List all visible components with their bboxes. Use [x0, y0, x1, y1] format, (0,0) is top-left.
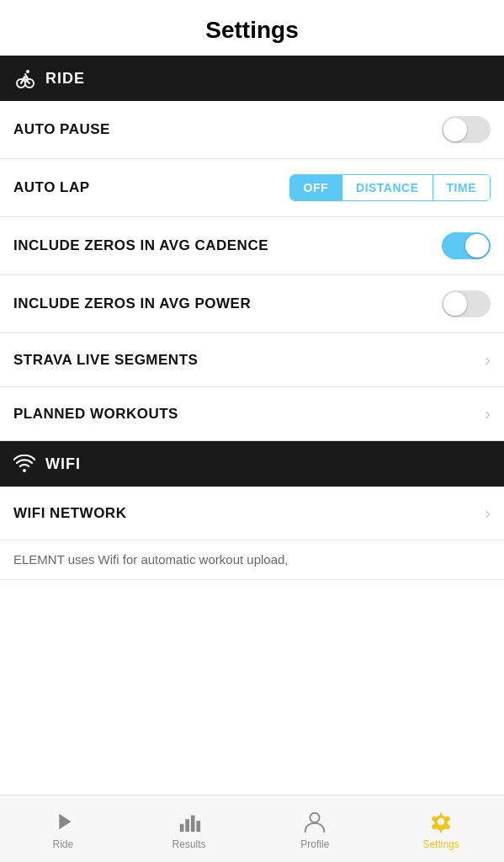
auto-pause-toggle[interactable]	[442, 116, 491, 143]
ride-tab-label: Ride	[53, 838, 74, 850]
auto-lap-off[interactable]: OFF	[290, 175, 343, 200]
auto-lap-distance[interactable]: DISTANCE	[342, 175, 433, 200]
wifi-info-text: ELEMNT uses Wifi for automatic workout u…	[13, 552, 289, 567]
results-tab-icon	[176, 808, 203, 835]
svg-rect-7	[196, 821, 200, 832]
profile-tab-icon	[301, 808, 328, 835]
zeros-power-toggle[interactable]	[442, 290, 491, 317]
auto-pause-knob	[443, 118, 467, 141]
auto-lap-row: AUTO LAP OFF DISTANCE TIME	[0, 159, 504, 217]
zeros-cadence-label: INCLUDE ZEROS IN AVG CADENCE	[13, 237, 268, 254]
ride-tab-icon	[50, 808, 77, 835]
auto-pause-label: AUTO PAUSE	[13, 121, 110, 138]
wifi-section-label: WIFI	[45, 455, 81, 473]
strava-live-segments-row[interactable]: STRAVA LIVE SEGMENTS ›	[0, 333, 504, 387]
planned-workouts-row[interactable]: PLANNED WORKOUTS ›	[0, 387, 504, 441]
svg-marker-3	[59, 813, 71, 829]
zeros-cadence-toggle[interactable]	[442, 232, 491, 259]
svg-point-2	[26, 70, 29, 73]
wifi-info-row: ELEMNT uses Wifi for automatic workout u…	[0, 540, 504, 580]
zeros-cadence-knob	[465, 234, 489, 258]
svg-point-8	[310, 812, 320, 822]
page-title: Settings	[13, 17, 491, 44]
auto-lap-label: AUTO LAP	[13, 179, 90, 196]
svg-point-10	[438, 817, 444, 824]
tab-bar: Ride Results Profile	[0, 795, 504, 862]
strava-chevron-icon: ›	[485, 350, 491, 370]
profile-tab-label: Profile	[300, 838, 329, 850]
wifi-network-label: WIFI NETWORK	[13, 505, 126, 522]
svg-rect-6	[190, 815, 194, 832]
auto-pause-row: AUTO PAUSE	[0, 101, 504, 159]
auto-lap-segmented: OFF DISTANCE TIME	[289, 174, 491, 201]
ride-icon	[13, 67, 35, 89]
strava-live-label: STRAVA LIVE SEGMENTS	[13, 352, 198, 369]
zeros-power-knob	[443, 292, 467, 316]
ride-section-label: RIDE	[45, 70, 85, 88]
section-header-ride: RIDE	[0, 56, 504, 101]
tab-profile[interactable]: Profile	[252, 801, 379, 857]
wifi-network-row[interactable]: WIFI NETWORK ›	[0, 487, 504, 540]
tab-ride[interactable]: Ride	[0, 801, 126, 857]
zeros-cadence-row: INCLUDE ZEROS IN AVG CADENCE	[0, 217, 504, 275]
planned-workouts-chevron-icon: ›	[485, 404, 491, 423]
tab-results[interactable]: Results	[126, 801, 252, 857]
page-header: Settings	[0, 0, 504, 56]
planned-workouts-label: PLANNED WORKOUTS	[13, 406, 178, 423]
wifi-network-chevron-icon: ›	[485, 503, 491, 523]
results-tab-label: Results	[172, 838, 206, 850]
svg-rect-4	[179, 823, 183, 831]
zeros-power-row: INCLUDE ZEROS IN AVG POWER	[0, 275, 504, 333]
auto-lap-time[interactable]: TIME	[433, 175, 490, 200]
wifi-icon	[13, 453, 35, 475]
settings-tab-icon	[427, 808, 454, 835]
zeros-power-label: INCLUDE ZEROS IN AVG POWER	[13, 295, 251, 312]
section-header-wifi: WIFI	[0, 441, 504, 487]
tab-settings[interactable]: Settings	[378, 801, 504, 857]
settings-tab-label: Settings	[422, 838, 459, 850]
svg-rect-5	[185, 819, 189, 832]
